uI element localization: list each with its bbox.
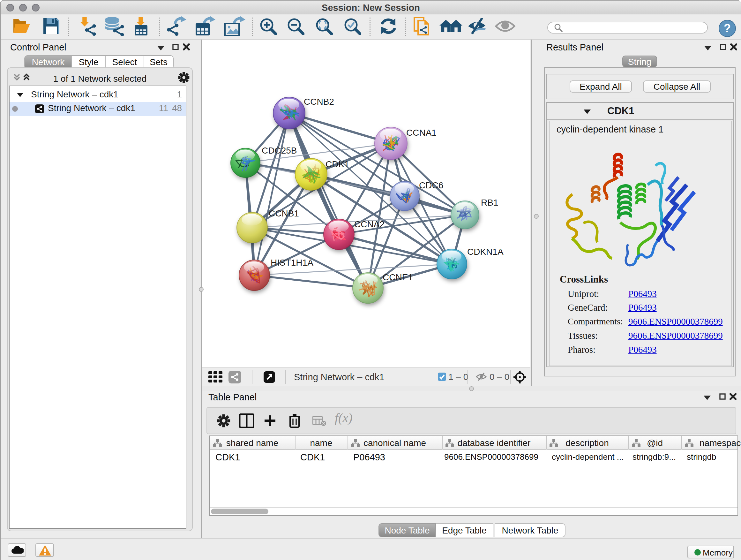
svg-text:CDC25B: CDC25B	[262, 145, 297, 155]
svg-text:HIST1H1A: HIST1H1A	[271, 258, 313, 267]
svg-text:CCNE1: CCNE1	[383, 272, 413, 282]
svg-text:CDK1: CDK1	[326, 159, 349, 169]
svg-text:CCNA2: CCNA2	[354, 219, 385, 229]
svg-text:?: ?	[724, 22, 731, 35]
svg-text:RB1: RB1	[481, 198, 498, 207]
svg-text:CDC6: CDC6	[419, 180, 443, 190]
svg-text:CCNB2: CCNB2	[304, 97, 334, 107]
svg-text:CDKN1A: CDKN1A	[467, 247, 503, 257]
svg-text:CCNB1: CCNB1	[269, 208, 299, 219]
svg-text:CCNA1: CCNA1	[406, 128, 436, 138]
